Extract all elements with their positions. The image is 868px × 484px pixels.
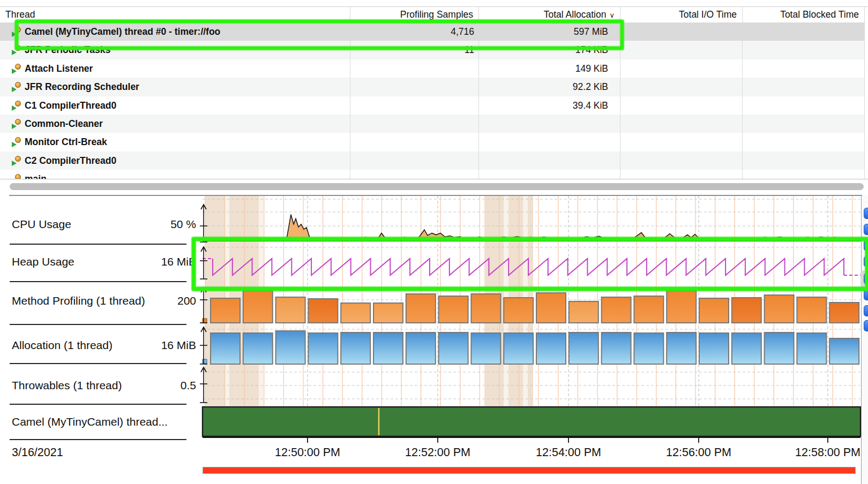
time-tick-label: 12:58:00 PM: [764, 446, 860, 459]
thread-activity-lane: [203, 407, 860, 436]
method-profiling-bar: [602, 297, 631, 323]
method-profiling-bar: [634, 296, 663, 323]
method-profiling-bar: [536, 293, 566, 323]
time-axis-labels: 12:50:00 PM12:52:00 PM12:54:00 PM12:56:0…: [0, 444, 860, 466]
allocation-bar: [504, 333, 533, 364]
allocation-bar: [602, 332, 631, 364]
method-profiling-bar: [308, 299, 338, 323]
timeline-range-scrollbar[interactable]: [203, 467, 856, 474]
chart-toolbar-button[interactable]: [864, 320, 868, 331]
time-tick-label: 12:54:00 PM: [504, 446, 633, 459]
allocation-bar: [569, 332, 598, 364]
heap-lane-highlight-annotation: [192, 237, 868, 291]
allocation-bar: [634, 333, 663, 364]
time-tick-label: 12:52:00 PM: [373, 446, 502, 459]
allocation-bar: [536, 333, 566, 364]
allocation-bar: [829, 338, 859, 364]
method-profiling-bar: [569, 301, 598, 323]
method-profiling-bar: [276, 297, 305, 323]
time-tick-label: 12:56:00 PM: [634, 446, 763, 459]
chart-toolbar-button[interactable]: [864, 289, 868, 300]
method-profiling-bar: [797, 297, 826, 323]
allocation-bar: [699, 333, 729, 364]
table-row-highlight-annotation: [15, 20, 624, 50]
allocation-bar: [797, 333, 826, 364]
allocation-bar: [341, 332, 370, 364]
profiler-window: ThreadProfiling SamplesTotal Allocation∨…: [0, 0, 868, 484]
method-profiling-bar: [699, 298, 729, 323]
method-profiling-bar: [406, 294, 436, 323]
method-profiling-bar: [439, 296, 468, 323]
date-label: 3/16/2021: [12, 446, 63, 459]
time-tick-label: 12:50:00 PM: [243, 446, 372, 459]
allocation-bar: [373, 332, 403, 364]
method-profiling-bar: [829, 303, 859, 323]
chart-toolbar-button[interactable]: [864, 224, 868, 235]
method-profiling-bar: [243, 291, 273, 323]
method-profiling-bar: [765, 295, 794, 323]
allocation-bar: [406, 332, 436, 364]
method-profiling-bar: [667, 291, 696, 323]
allocation-bar: [276, 331, 305, 364]
chart-toolbar-button[interactable]: [864, 208, 868, 219]
method-profiling-bar: [732, 298, 761, 323]
allocation-bar: [471, 333, 500, 364]
method-profiling-bar: [341, 303, 370, 323]
chart-toolbar-button[interactable]: [864, 305, 868, 316]
allocation-bar: [439, 332, 468, 364]
method-profiling-bar: [471, 294, 500, 323]
allocation-bar: [308, 333, 338, 364]
method-profiling-bar: [504, 298, 533, 323]
method-profiling-bar: [211, 298, 240, 323]
allocation-bar: [211, 333, 240, 364]
method-profiling-bar: [373, 303, 403, 323]
allocation-bar: [243, 333, 273, 364]
allocation-bar: [732, 333, 761, 364]
allocation-bar: [667, 332, 696, 364]
allocation-bar: [765, 332, 794, 364]
